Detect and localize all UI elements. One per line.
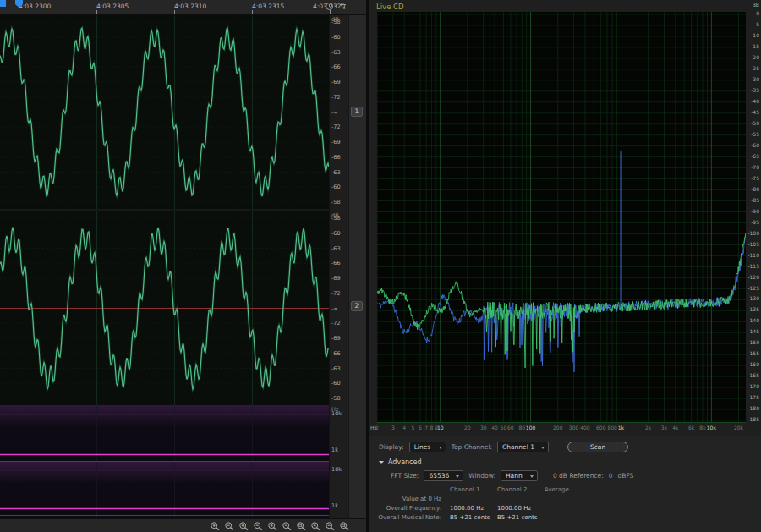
- chevron-down-icon: [541, 447, 545, 449]
- fft-size-select[interactable]: 65536: [424, 470, 463, 481]
- freq-tick-label: 100: [526, 425, 535, 431]
- freq-scale-label: 1k: [331, 503, 338, 509]
- waveform-editor-panel: 4:03.23004:03.23054:03.23104:03.23154:03…: [0, 0, 366, 532]
- scale-gutter: [348, 15, 366, 518]
- zoom-to-selection-icon[interactable]: [295, 520, 308, 532]
- zoom-in-vertical-icon[interactable]: [266, 520, 279, 532]
- db-tick-label: -25: [751, 66, 759, 71]
- freq-tick-label: 30: [480, 425, 487, 431]
- db-scale-label: -60: [331, 381, 341, 387]
- timeline-label: 4:03.2310: [174, 3, 206, 10]
- clock-icon[interactable]: [325, 2, 334, 11]
- db-scale-label: -72: [331, 124, 341, 130]
- db-tick-label: -180: [747, 406, 759, 411]
- db-scale-label: -58: [331, 200, 341, 206]
- top-channel-value: Channel 1: [502, 443, 534, 451]
- freq-tick-label: 20: [464, 425, 471, 431]
- db-scale-label: -66: [331, 351, 341, 357]
- zoom-out-icon[interactable]: [223, 520, 236, 532]
- zoom-in-icon[interactable]: [209, 520, 222, 532]
- analysis-controls: Display: Lines Top Channel: Channel 1 Sc…: [369, 436, 761, 532]
- timeline-ruler[interactable]: 4:03.23004:03.23054:03.23104:03.23154:03…: [0, 0, 366, 15]
- zoom-selection-out-point-icon[interactable]: [324, 520, 337, 532]
- db-scale: dB0-5-10-15-20-25-30-35-40-45-50-55-60-6…: [747, 0, 761, 433]
- zoom-full-icon[interactable]: [338, 520, 351, 532]
- db-scale-label: -72: [331, 291, 341, 297]
- db-tick-label: -20: [751, 55, 759, 60]
- freq-tick-label: 4k: [672, 425, 678, 431]
- db-tick-label: -115: [747, 264, 759, 269]
- top-channel-select[interactable]: Channel 1: [497, 442, 549, 452]
- zoom-out-vertical-icon[interactable]: [281, 520, 293, 532]
- zoom-out-horizontal-icon[interactable]: [252, 520, 265, 532]
- timeline-tick: [96, 10, 97, 14]
- stats-value: [545, 495, 589, 503]
- reference-value[interactable]: 0: [609, 472, 613, 480]
- display-label: Display:: [379, 443, 404, 451]
- freq-scale-label: 1k: [331, 447, 338, 453]
- freq-tick-label: 3: [391, 425, 395, 431]
- chevron-down-icon: [456, 475, 459, 478]
- frequency-axis: Hz23456789102030405060801002003004006008…: [377, 425, 746, 435]
- advanced-toggle[interactable]: Advanced: [369, 452, 761, 466]
- db-scale-label: -66: [331, 261, 341, 266]
- panel-divider[interactable]: [366, 0, 369, 532]
- stats-value: 1000.00 Hz: [497, 504, 545, 513]
- db-scale-label: -60: [331, 231, 341, 237]
- db-tick-label: -120: [747, 275, 759, 280]
- db-scale-label: -63: [331, 170, 341, 176]
- freq-tick-label: 2k: [645, 425, 651, 431]
- db-scale-label: -60: [331, 184, 341, 190]
- freq-tick-label: 60: [507, 425, 514, 431]
- freq-tick-label: 600: [596, 425, 605, 431]
- freq-tick-label: 800: [607, 425, 616, 431]
- timeline-tick: [174, 10, 175, 14]
- timeline-label: 4:03.2305: [96, 3, 129, 10]
- advanced-label: Advanced: [388, 458, 422, 466]
- zoom-in-horizontal-icon[interactable]: [238, 520, 250, 532]
- waveform-graphics: [0, 0, 366, 532]
- db-tick-label: -135: [747, 307, 759, 312]
- scan-button[interactable]: Scan: [567, 442, 628, 452]
- freq-tick-label: 6: [419, 425, 422, 431]
- stats-corner: [372, 485, 450, 494]
- db-tick-label: -40: [751, 99, 759, 104]
- ruler-settings-icon[interactable]: [338, 2, 348, 11]
- top-channel-label: Top Channel:: [452, 443, 492, 451]
- db-scale-label: -63: [331, 366, 341, 372]
- zoom-selection-in-point-icon[interactable]: [309, 520, 322, 532]
- freq-tick-label: 20k: [734, 425, 743, 431]
- timeline-label: 4:03.2300: [19, 3, 51, 10]
- db-tick-label: -160: [747, 362, 759, 367]
- display-select[interactable]: Lines: [409, 442, 446, 452]
- db-tick-label: 0: [756, 11, 759, 16]
- db-tick-label: -125: [747, 286, 759, 291]
- db-scale-label: -60: [331, 35, 341, 41]
- freq-tick-label: 400: [580, 425, 589, 431]
- db-tick-label: -130: [747, 296, 759, 301]
- db-scale-label: -58: [331, 216, 341, 222]
- freq-tick-label: 10: [437, 425, 444, 431]
- freq-tick-label: 50: [501, 425, 507, 431]
- amplitude-scale[interactable]: [329, 15, 348, 518]
- freq-tick-label: 10k: [707, 425, 716, 431]
- reference-label: 0 dB Reference:: [553, 472, 604, 480]
- channel-2-badge[interactable]: 2: [351, 301, 363, 311]
- db-tick-label: -15: [751, 44, 759, 49]
- db-scale-label: -69: [331, 276, 341, 282]
- db-scale-label: -72: [331, 321, 341, 326]
- db-tick-label: -65: [751, 154, 759, 159]
- db-tick-label: -170: [747, 384, 759, 389]
- frequency-plot[interactable]: [377, 12, 746, 423]
- freq-tick-label: 80: [518, 425, 525, 431]
- window-select[interactable]: Hann: [501, 470, 538, 481]
- freq-scale-label: 10k: [331, 411, 342, 417]
- db-tick-label: -75: [751, 176, 759, 181]
- selection-start-marker[interactable]: [0, 0, 6, 7]
- db-scale-label: -∞: [331, 306, 338, 312]
- stats-row-label: Overall Musical Note:: [372, 513, 450, 522]
- display-value: Lines: [414, 443, 431, 451]
- freq-tick-label: 3k: [661, 425, 667, 431]
- channel-1-badge[interactable]: 1: [351, 107, 363, 117]
- fft-size-label: FFT Size:: [391, 472, 419, 480]
